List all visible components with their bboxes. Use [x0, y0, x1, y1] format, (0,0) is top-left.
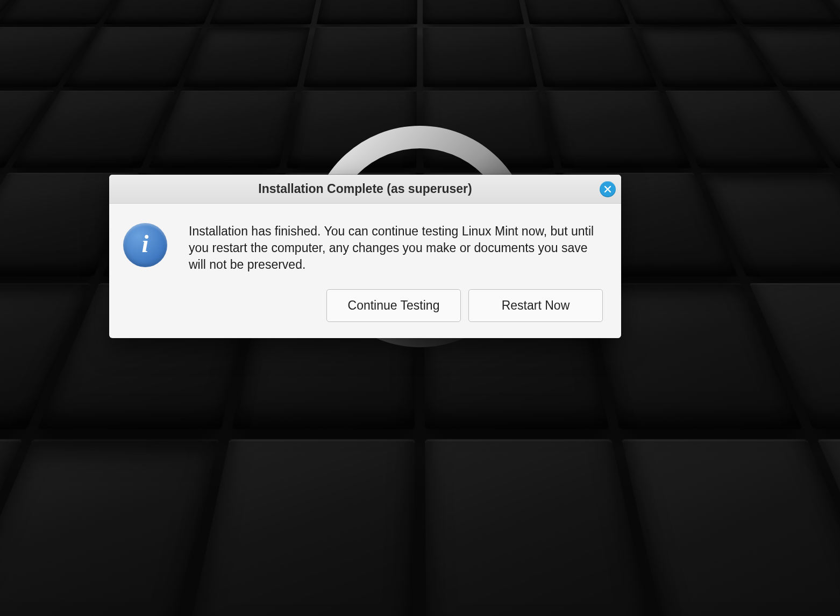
info-icon: i [123, 223, 167, 267]
continue-testing-button[interactable]: Continue Testing [326, 289, 461, 322]
dialog-message: Installation has finished. You can conti… [189, 222, 603, 273]
dialog-titlebar[interactable]: Installation Complete (as superuser) [109, 175, 621, 204]
installation-complete-dialog: Installation Complete (as superuser) i I… [109, 175, 621, 338]
dialog-button-row: Continue Testing Restart Now [109, 289, 621, 338]
dialog-title: Installation Complete (as superuser) [258, 182, 472, 196]
close-icon [604, 185, 611, 193]
restart-now-button[interactable]: Restart Now [468, 289, 603, 322]
close-button[interactable] [600, 181, 616, 197]
dialog-body: i Installation has finished. You can con… [109, 204, 621, 289]
